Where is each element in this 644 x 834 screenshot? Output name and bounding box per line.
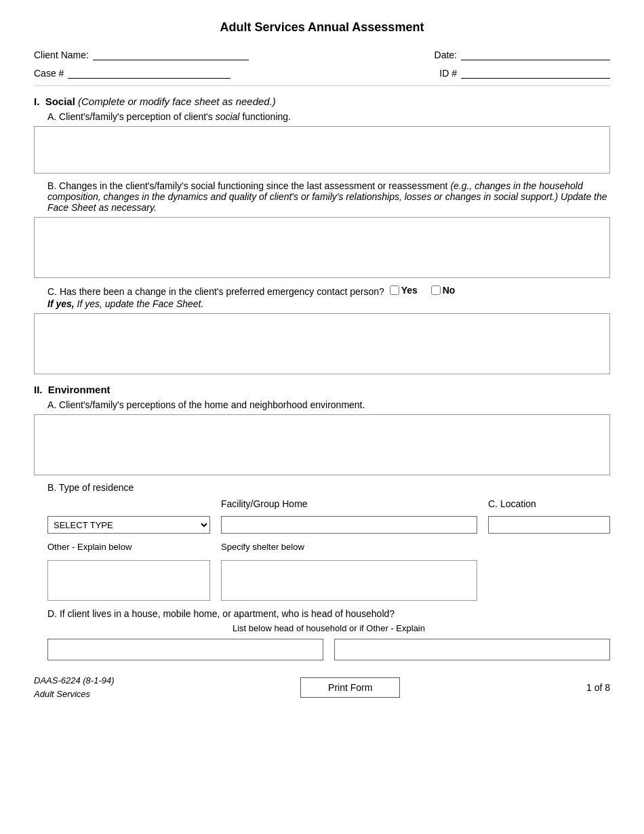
section-1-item-a-label: A. Client's/family's perception of clien…: [47, 111, 610, 122]
date-field: Date:: [435, 49, 610, 60]
id-label: ID #: [439, 68, 457, 79]
hoh-explain-wrapper[interactable]: [334, 639, 610, 660]
section-2-item-b-label: B. Type of residence: [47, 482, 610, 493]
section-2-item-a-textarea[interactable]: [34, 414, 610, 475]
hoh-explain-input[interactable]: [334, 639, 610, 660]
date-input[interactable]: [461, 49, 610, 60]
facility-input-wrapper[interactable]: [221, 516, 477, 534]
id-input[interactable]: [461, 67, 610, 79]
header-divider: [34, 85, 610, 86]
case-input[interactable]: [68, 67, 230, 79]
type-select-wrapper[interactable]: SELECT TYPE Own Home Rented Home Apartme…: [47, 516, 210, 534]
section-2-title: Environment: [48, 384, 110, 395]
section-2-number: II.: [34, 384, 43, 395]
section-1-title: Social: [45, 96, 75, 107]
household-grid: [47, 639, 610, 660]
print-button[interactable]: Print Form: [300, 677, 400, 698]
col3-spacer2: [488, 557, 610, 603]
client-name-label: Client Name:: [34, 49, 89, 60]
section-2-item-a-label: A. Client's/family's perceptions of the …: [47, 399, 610, 410]
section-1-item-b-label: B. Changes in the client's/family's soci…: [47, 180, 610, 213]
page-title: Adult Services Annual Assessment: [34, 20, 610, 35]
no-checkbox[interactable]: [431, 285, 441, 295]
date-label: Date:: [435, 49, 457, 60]
other-explain-wrapper[interactable]: [47, 557, 210, 603]
form-code: DAAS-6224 (8-1-94): [34, 674, 115, 688]
section-1-item-c-textarea[interactable]: [34, 313, 610, 374]
shelter-specify-textarea[interactable]: [221, 560, 477, 601]
type-select[interactable]: SELECT TYPE Own Home Rented Home Apartme…: [47, 516, 210, 534]
facility-header: Facility/Group Home: [221, 498, 477, 509]
section-1-heading: I. Social (Complete or modify face sheet…: [34, 96, 610, 107]
header-row-1: Client Name: Date:: [34, 48, 610, 60]
specify-label: Specify shelter below: [221, 542, 477, 552]
dept-label: Adult Services: [34, 688, 115, 701]
shelter-specify-wrapper[interactable]: [221, 557, 477, 603]
section-1-item-c-line: C. Has there been a change in the client…: [47, 285, 610, 297]
col-type-header: [47, 498, 210, 511]
header-row-2: Case # ID #: [34, 67, 610, 79]
footer: DAAS-6224 (8-1-94) Adult Services Print …: [34, 674, 610, 700]
location-input[interactable]: [488, 516, 610, 534]
page-info: 1 of 8: [586, 682, 610, 693]
hoh-input[interactable]: [47, 639, 323, 660]
residence-grid: Facility/Group Home C. Location SELECT T…: [47, 498, 610, 603]
client-name-field: Client Name:: [34, 48, 249, 60]
section-1-italic: (Complete or modify face sheet as needed…: [78, 96, 276, 107]
section-1: I. Social (Complete or modify face sheet…: [34, 96, 610, 374]
section-2-item-d-label: D. If client lives in a house, mobile ho…: [47, 608, 610, 619]
section-1-item-b-textarea[interactable]: [34, 217, 610, 278]
section-1-number: I.: [34, 96, 39, 107]
facility-input[interactable]: [221, 516, 477, 534]
location-input-wrapper[interactable]: [488, 516, 610, 534]
yes-checkbox[interactable]: [390, 285, 399, 295]
other-explain-textarea[interactable]: [47, 560, 210, 601]
location-header: C. Location: [488, 498, 610, 509]
section-1-item-c-note: If yes, If yes, update the Face Sheet.: [47, 298, 610, 309]
other-label: Other - Explain below: [47, 542, 210, 552]
section-2-heading: II. Environment: [34, 384, 610, 395]
no-checkbox-label[interactable]: No: [431, 285, 456, 296]
yes-checkbox-label[interactable]: Yes: [390, 285, 418, 296]
case-field: Case #: [34, 67, 230, 79]
yes-no-checkboxes: Yes No: [390, 285, 456, 296]
footer-left: DAAS-6224 (8-1-94) Adult Services: [34, 674, 115, 700]
case-label: Case #: [34, 68, 64, 79]
section-1-item-a-textarea[interactable]: [34, 126, 610, 174]
client-name-input[interactable]: [93, 48, 249, 60]
id-field: ID #: [439, 67, 610, 79]
hoh-input-wrapper[interactable]: [47, 639, 323, 660]
section-2-item-d-sub: List below head of household or if Other…: [47, 623, 610, 633]
section-2: II. Environment A. Client's/family's per…: [34, 384, 610, 660]
col3-spacer: [488, 539, 610, 552]
